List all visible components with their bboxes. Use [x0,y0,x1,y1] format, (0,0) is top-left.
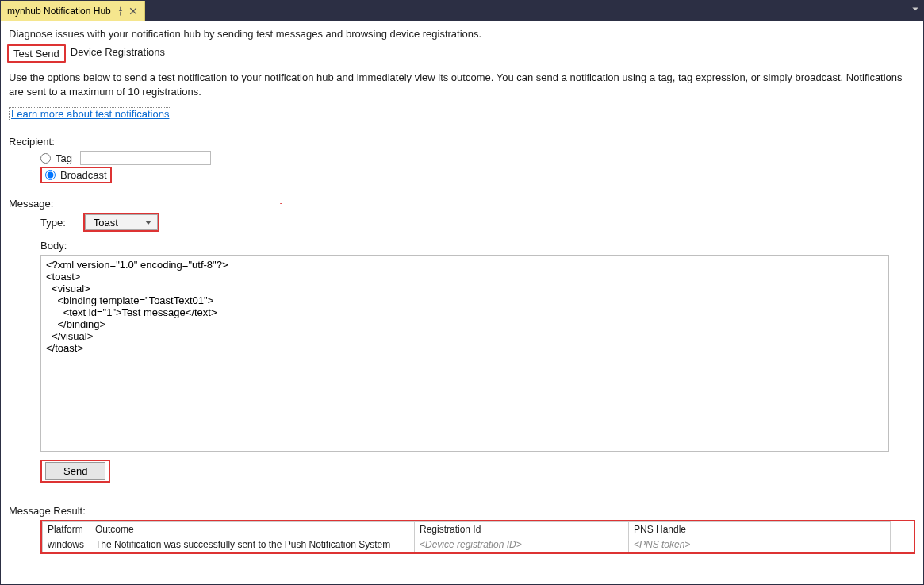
col-platform: Platform [43,522,90,537]
marker-dot-icon: - [280,198,282,207]
cell-outcome: The Notification was successfully sent t… [90,537,415,552]
pin-icon[interactable] [116,6,125,16]
tag-radio-label: Tag [56,152,72,164]
titlebar: mynhub Notification Hub [1,1,923,21]
dropdown-icon[interactable] [911,4,920,16]
col-pns: PNS Handle [629,522,891,537]
type-row: Type: Toast [40,213,915,232]
result-table: Platform Outcome Registration Id PNS Han… [42,521,891,552]
type-label: Type: [40,217,66,229]
broadcast-highlight: Broadcast [40,167,112,183]
table-header-row: Platform Outcome Registration Id PNS Han… [43,522,891,537]
body-textarea[interactable] [40,255,889,452]
cell-platform: windows [43,537,90,552]
close-icon[interactable] [128,6,138,16]
document-tab-label: mynhub Notification Hub [7,6,111,17]
type-select[interactable]: Toast [85,214,158,230]
send-wrap: Send [40,460,915,483]
col-registration: Registration Id [415,522,629,537]
subtabs: Test Send Device Registrations [7,44,915,63]
learn-more-wrap: Learn more about test notifications [9,107,171,121]
broadcast-radio-label: Broadcast [60,169,107,181]
recipient-broadcast-row: Broadcast [40,167,915,183]
tab-test-send[interactable]: Test Send [7,44,66,63]
intro-text: Diagnose issues with your notification h… [9,28,915,40]
tag-input[interactable] [80,151,211,165]
table-row: windows The Notification was successfull… [43,537,891,552]
result-highlight: Platform Outcome Registration Id PNS Han… [40,520,915,554]
send-highlight: Send [40,460,110,483]
document-tab[interactable]: mynhub Notification Hub [1,1,145,21]
cell-registration: <Device registration ID> [415,537,629,552]
main-content: Diagnose issues with your notification h… [1,21,923,562]
body-label: Body: [40,240,915,252]
tab-device-registrations[interactable]: Device Registrations [66,44,170,63]
tag-radio[interactable] [40,153,51,164]
cell-pns: <PNS token> [629,537,891,552]
result-label: Message Result: [9,505,915,517]
broadcast-radio[interactable] [45,170,56,180]
learn-more-link[interactable]: Learn more about test notifications [11,108,169,120]
type-highlight: Toast [83,213,159,232]
recipient-label: Recipient: [9,136,915,148]
recipient-tag-row: Tag [40,151,915,165]
col-outcome: Outcome [90,522,415,537]
message-label: Message: - [9,198,915,210]
send-button[interactable]: Send [45,462,105,480]
description-text: Use the options below to send a test not… [9,71,915,99]
